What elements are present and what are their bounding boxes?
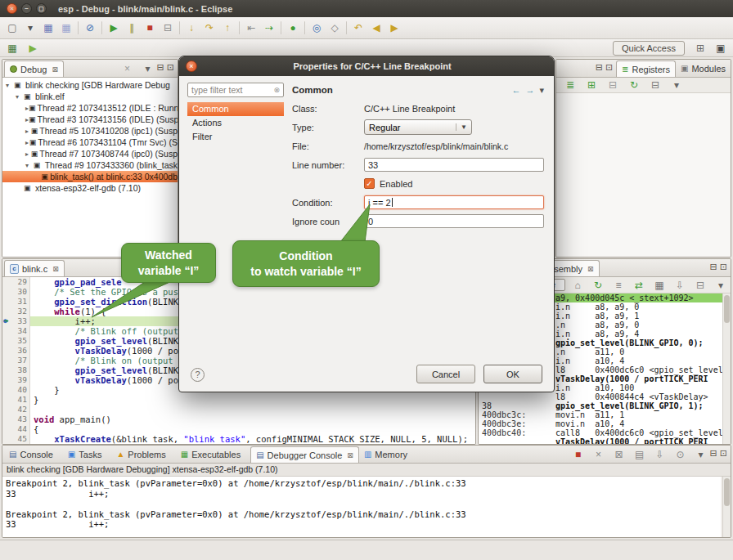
save-icon[interactable]: ▦ [39, 20, 57, 36]
console-tab[interactable]: ▦ Executables [176, 446, 250, 463]
console-tab[interactable]: ▲ Problems [111, 446, 175, 463]
clear-filter-icon[interactable]: ⊗ [273, 86, 280, 94]
view-menu-icon[interactable]: ▾ [139, 60, 157, 77]
breakpoint-margin[interactable] [2, 326, 12, 336]
instruction-stepping-icon[interactable]: ⇢ [260, 20, 278, 36]
disassembly-line[interactable]: vTaskDelay(1000 / portTICK_PERI [479, 437, 722, 444]
new-dropdown-icon[interactable]: ▾ [21, 20, 39, 36]
breakpoint-margin[interactable] [2, 385, 12, 395]
code-line[interactable]: 44 { [2, 424, 475, 434]
new-wizard-icon[interactable]: ▢ [3, 20, 21, 36]
console-tab[interactable]: ▥ Memory [359, 446, 417, 463]
close-icon[interactable]: ⊠ [347, 451, 353, 459]
disassembly-line[interactable]: 400dbc40: call8 0x400dc6c0 <gpio_set_lev… [479, 428, 722, 437]
show-source-icon[interactable]: ≡ [609, 277, 627, 293]
tree-item[interactable]: ▸ ▣ Thread #7 1073408744 (ipc0) (Susp [2, 148, 178, 159]
code-line[interactable]: 43 void app_main() [2, 414, 475, 424]
dialog-sidebar-item[interactable]: Actions [187, 116, 284, 130]
scroll-lock-icon[interactable]: ⇩ [671, 277, 689, 293]
debug-configurations-icon[interactable]: ▦ [3, 40, 21, 56]
forward-icon[interactable]: → [525, 85, 534, 96]
minimize-icon[interactable]: ⊟ [710, 262, 717, 272]
disassembly-line[interactable]: 400dbc3e: movi.n a10, 4 [479, 419, 722, 428]
resume-without-signal-icon[interactable]: ● [284, 20, 302, 36]
console-tab[interactable]: ▣ Tasks [63, 446, 112, 463]
tree-item[interactable]: ▸ ▣ Thread #6 1073431104 (Tmr Svc) (S [2, 137, 178, 148]
ok-button[interactable]: OK [483, 365, 542, 383]
breakpoint-margin[interactable] [2, 405, 12, 414]
show-registers-icon[interactable]: ≣ [561, 77, 579, 93]
step-over-icon[interactable]: ↷ [200, 20, 218, 36]
refresh-icon[interactable]: ↻ [589, 277, 607, 293]
resume-icon[interactable]: ▶ [105, 20, 123, 36]
console-tab[interactable]: ▤ Console [4, 446, 63, 463]
remove-terminated-icon[interactable]: × [119, 60, 137, 77]
maximize-icon[interactable]: ⊡ [167, 62, 174, 73]
minimize-button[interactable]: − [21, 3, 32, 14]
expander-icon[interactable]: ▸ [25, 150, 31, 158]
tab-debug[interactable]: Debug ⊠ [4, 60, 64, 77]
disassembly-line[interactable]: l8 0x400844c4 <vTaskDelay> [479, 392, 722, 401]
breakpoint-margin[interactable] [2, 375, 12, 385]
back-icon[interactable]: ◀ [367, 20, 385, 36]
registers-modules-tab[interactable]: ≣ Registers [616, 60, 676, 77]
breakpoint-margin[interactable] [2, 316, 12, 326]
tree-item[interactable]: ▸ ▣ Thread #5 1073410208 (ipc1) (Susp [2, 125, 178, 137]
breakpoint-margin[interactable] [2, 424, 12, 434]
line-number-input[interactable]: 33 [364, 158, 544, 172]
code-line[interactable]: 42 [2, 405, 475, 414]
expander-icon[interactable]: ▾ [25, 162, 34, 169]
breakpoint-margin[interactable] [2, 434, 12, 444]
scrollbar[interactable] [722, 293, 731, 444]
breakpoint-margin[interactable] [2, 356, 12, 365]
maximize-icon[interactable]: ⊡ [720, 448, 727, 459]
dialog-close-button[interactable]: × [186, 60, 197, 72]
tree-item[interactable]: ▾ ▣ blink.elf [2, 91, 178, 102]
type-dropdown[interactable]: Regular ▼ [364, 119, 472, 135]
back-icon[interactable]: ← [511, 85, 520, 96]
breakpoint-margin[interactable] [2, 277, 12, 287]
breakpoint-margin[interactable] [2, 395, 12, 405]
window-titlebar[interactable]: × − ◻ esp - Debug - blink/main/blink.c -… [0, 0, 733, 17]
view-menu-icon[interactable]: ▾ [539, 85, 544, 96]
minimize-icon[interactable]: ⊟ [710, 448, 717, 459]
suspend-icon[interactable]: ∥ [123, 20, 141, 36]
expander-icon[interactable]: ▾ [16, 93, 24, 101]
skip-all-breakpoints-icon[interactable]: ⊘ [81, 20, 99, 36]
console-tab[interactable]: ▤ Debugger Console ⊠ [250, 446, 359, 463]
maximize-icon[interactable]: ⊡ [720, 262, 727, 272]
forward-icon[interactable]: ▶ [385, 20, 403, 36]
layout-icon[interactable]: ▦ [650, 277, 668, 293]
minimize-icon[interactable]: ⊟ [157, 62, 164, 73]
tree-item[interactable]: ▸ ▣ Thread #3 1073413156 (IDLE) (Susp [2, 114, 178, 125]
breakpoint-margin[interactable] [2, 336, 12, 346]
close-button[interactable]: × [7, 3, 17, 14]
close-icon[interactable]: ⊠ [587, 265, 594, 273]
tree-item[interactable]: ▾ ▣ blink checking [GDB Hardware Debug [2, 79, 178, 91]
step-into-icon[interactable]: ↓ [182, 20, 200, 36]
expander-icon[interactable]: ▾ [6, 82, 14, 89]
close-icon[interactable]: ⊠ [52, 65, 58, 74]
sync-selection-icon[interactable]: ⇄ [630, 277, 648, 293]
clear-console-icon[interactable]: ▤ [631, 446, 649, 463]
scroll-lock-icon[interactable]: ⇩ [651, 446, 669, 463]
breakpoint-margin[interactable] [2, 346, 12, 356]
external-tools-icon[interactable]: ▶ [24, 40, 42, 56]
step-return-icon[interactable]: ↑ [218, 20, 236, 36]
remove-launch-icon[interactable]: × [590, 446, 608, 463]
search-icon[interactable]: ◎ [308, 20, 326, 36]
breakpoint-margin[interactable] [2, 414, 12, 424]
save-all-icon[interactable]: ▦ [57, 20, 75, 36]
code-line[interactable]: 41 } [2, 395, 475, 405]
view-menu-icon[interactable]: ▾ [668, 77, 686, 93]
maximize-icon[interactable]: ⊡ [605, 62, 613, 73]
open-element-icon[interactable]: ◇ [326, 20, 344, 36]
disassembly-line[interactable]: 38 gpio_set_level(BLINK_GPIO, 1); [479, 401, 722, 410]
disassembly-line[interactable]: 400dbc3c: movi.n a11, 1 [479, 410, 722, 419]
dialog-sidebar-item[interactable]: Common [187, 102, 284, 116]
dialog-titlebar[interactable]: × Properties for C/C++ Line Breakpoint [179, 56, 554, 76]
breakpoint-margin[interactable] [2, 365, 12, 375]
condition-input[interactable]: i == 2 [364, 195, 544, 209]
filter-input[interactable]: type filter text ⊗ [187, 83, 284, 97]
quick-access-button[interactable]: Quick Access [613, 41, 685, 56]
